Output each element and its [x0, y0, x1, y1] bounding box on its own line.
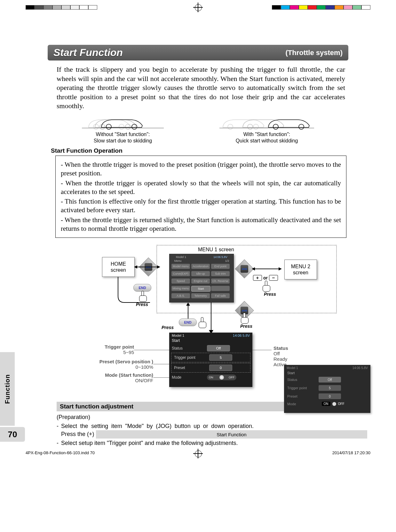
svg-point-2	[119, 124, 124, 129]
svg-point-10	[248, 124, 253, 129]
thumb-toggle-knob-icon	[332, 402, 336, 406]
arrow-menu1-menu2	[252, 269, 281, 269]
svg-point-13	[299, 124, 304, 129]
svg-point-3	[100, 124, 105, 129]
leader-trigger: Trigger point 5~95	[83, 344, 134, 355]
operation-bullet-3: - This function is effective only for th…	[61, 197, 341, 214]
menu2-screen-box: MENU 2 screen	[284, 260, 317, 279]
thumb-status-lbl: Status	[287, 378, 316, 382]
thumb-status-val: Off	[319, 377, 341, 383]
adjust-thumb-screen: Model 1 14:06 5.8V Start StatusOff Trigg…	[284, 365, 370, 413]
plus-button-icon: +	[253, 275, 262, 281]
operation-box: - When the throttle trigger is moved to …	[55, 156, 346, 238]
settings-trigger-label: Trigger point	[174, 355, 206, 360]
adjust-bullet-2: - Select setup item "Trigger point" and …	[57, 439, 346, 447]
car-caption-left-1: Without "Start function":	[81, 131, 164, 138]
settings-mode-label: Mode	[172, 375, 204, 380]
menu1-item: Ch. Reverse	[211, 278, 230, 284]
menu1-label: MENU 1 screen	[198, 247, 234, 253]
menu1-page: 1/2	[223, 259, 232, 262]
settings-preset-label: Preset	[174, 366, 206, 370]
menu1-item: Sub trim	[211, 271, 230, 276]
press-label-plusminus: Press	[264, 292, 276, 297]
arrow-home-menu1	[135, 267, 160, 267]
print-file: 4PX-Eng-08-Function-66-103.indd 70	[26, 450, 95, 455]
color-bar-left	[26, 5, 97, 10]
menu1-item: Idle-up	[191, 271, 210, 276]
menu1-item: A.B.S.	[171, 293, 190, 298]
settings-mode-toggle: ON OFF	[207, 375, 236, 380]
menu1-item: Start	[191, 286, 210, 292]
menu1-sub: Menu	[171, 259, 184, 262]
title-band: Start Function (Throttle system)	[48, 45, 348, 60]
menu1-item	[211, 286, 230, 291]
page-title: Start Function	[53, 47, 123, 59]
menu1-item: Curve(EXP)	[171, 271, 190, 276]
svg-point-4	[125, 124, 131, 129]
press-label-jog3: Press	[240, 324, 252, 329]
leader-status: Status Off Ready Active	[273, 345, 288, 367]
print-crop-marks	[0, 0, 396, 13]
thumb-preset-val: 0	[319, 393, 341, 399]
adjust-prep: (Preparation)	[57, 413, 346, 421]
footer-title-band: Start Function	[96, 430, 367, 439]
section-side-tab: Function	[0, 352, 15, 426]
intro-paragraph: If the track is slippery and you begin t…	[57, 65, 345, 111]
car-comparison-row: Without "Start function": Slow start due…	[54, 114, 342, 144]
registration-mark-top	[193, 3, 203, 12]
thumb-trigger-val: 5	[319, 385, 341, 391]
svg-point-12	[273, 124, 278, 129]
svg-point-6	[132, 124, 137, 129]
car-skid-icon	[81, 114, 164, 130]
menu1-item: Acceleration	[191, 264, 210, 269]
settings-title: Start	[169, 338, 252, 344]
toggle-on-label: ON	[209, 376, 213, 379]
leader-line-mode	[153, 377, 169, 378]
plus-minus-or: or	[263, 275, 268, 280]
car-caption-right-1: With "Start function":	[219, 131, 315, 138]
thumb-title: Start	[284, 371, 370, 375]
menu1-top-right: 14:06 5.8V	[209, 255, 232, 259]
menu1-item: Telemetry	[191, 293, 210, 298]
start-settings-screen: Model 1 14:06 5.8V Start Status Off Trig…	[169, 333, 252, 387]
settings-status-value: Off	[207, 345, 230, 351]
thumb-mode-lbl: Mode	[287, 402, 316, 406]
thumb-preset-lbl: Preset	[287, 394, 316, 398]
thumb-header-left: Model 1	[287, 366, 298, 370]
menu1-item: Model menu	[171, 264, 190, 269]
arrow-up-end2	[186, 302, 190, 318]
svg-point-8	[228, 124, 233, 129]
leader-line-status	[252, 350, 272, 350]
hand-icon-jog3	[240, 313, 249, 324]
car-caption-left-2: Slow start due to skidding	[81, 138, 164, 144]
menu1-item: Fail safe	[211, 293, 230, 298]
hand-icon-end2	[198, 317, 206, 328]
menu1-item: End point	[211, 264, 230, 269]
page-number: 70	[0, 427, 25, 442]
plus-minus-group: + or −	[253, 275, 278, 281]
arrow-home-end	[112, 277, 156, 315]
leader-line-trigger	[134, 350, 169, 350]
toggle-knob-icon	[219, 375, 224, 380]
svg-point-1	[93, 124, 99, 129]
menu1-top-left: Model 1	[171, 255, 191, 259]
leader-preset: Preset (Servo position ) 0~100%	[73, 359, 153, 370]
svg-marker-17	[186, 302, 190, 306]
end-button-2: END	[179, 318, 197, 326]
leader-mode: Mode (Start function) ON/OFF	[76, 372, 153, 383]
menu1-item: Engine cut	[191, 278, 210, 284]
hand-icon-plusminus	[262, 281, 270, 292]
settings-header-right: 14:06 5.8V	[233, 334, 250, 337]
registration-mark-bottom	[193, 449, 203, 458]
menu1-screen: Model 1 14:06 5.8V Menu 1/2 Model menuAc…	[169, 254, 234, 302]
svg-point-9	[253, 124, 258, 129]
svg-point-5	[106, 124, 111, 129]
operation-heading: Start Function Operation	[51, 147, 348, 154]
arrow-down-to-settings	[211, 302, 211, 333]
menu1-item: Speed	[171, 278, 190, 284]
menu1-item: Mixing menu	[171, 286, 190, 291]
section-side-label: Function	[4, 374, 11, 404]
leader-line-preset	[153, 364, 169, 364]
car-without-start: Without "Start function": Slow start due…	[81, 114, 164, 144]
page-subtitle: (Throttle system)	[286, 49, 343, 57]
